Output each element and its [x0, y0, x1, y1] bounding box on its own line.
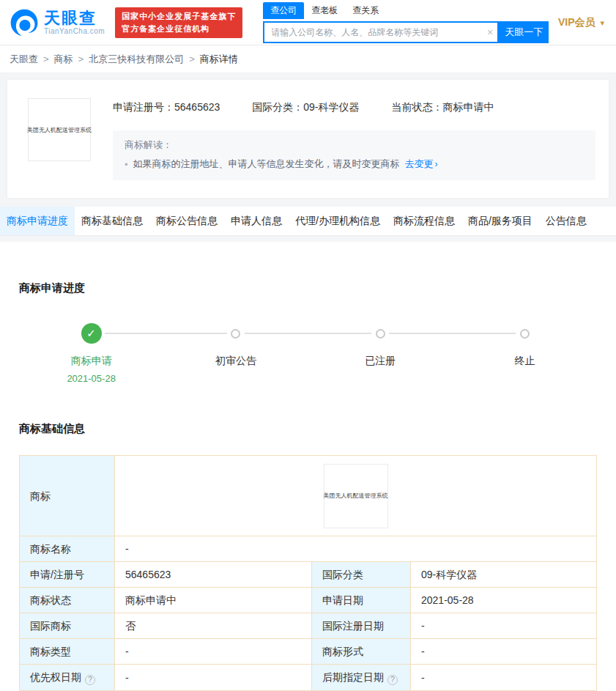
pending-dot-icon — [520, 329, 530, 339]
help-icon[interactable]: ? — [387, 675, 398, 685]
field-label: 商标类型 — [20, 639, 115, 665]
field-registration-number: 申请注册号：56465623 — [113, 101, 220, 114]
site-header: 天眼查 TianYanCha.com 国家中小企业发展子基金旗下 官方备案企业征… — [0, 0, 616, 45]
table-row: 国际商标 否 国际注册日期 - — [20, 613, 597, 639]
field-label: 商标 — [20, 456, 115, 536]
field-label: 国际分类 — [312, 562, 411, 588]
tab-gazette-info[interactable]: 商标公告信息 — [149, 207, 224, 235]
search-button[interactable]: 天眼一下 — [499, 21, 549, 43]
pending-dot-icon — [231, 329, 240, 339]
field-current-status: 当前状态：商标申请中 — [392, 101, 494, 114]
chevron-down-icon: ▾ — [600, 18, 604, 27]
field-value: 2021-05-28 — [411, 588, 597, 613]
check-icon: ✓ — [81, 323, 102, 344]
summary-fields: 申请注册号：56465623 国际分类：09-科学仪器 当前状态：商标申请中 — [113, 98, 595, 114]
field-label: 国际注册日期 — [312, 613, 411, 639]
field-label: 申请日期 — [312, 588, 411, 613]
field-value: 商标申请中 — [115, 588, 312, 613]
step-terminated: 终止 — [453, 323, 597, 384]
field-label: 商标名称 — [20, 536, 115, 562]
tab-announcement-info[interactable]: 公告信息 — [539, 207, 593, 235]
basic-info-table: 商标 美团无人机配送管理系统 商标名称 - 申请/注册号 56465623 国际… — [19, 455, 597, 691]
tianyancha-logo-icon — [9, 7, 40, 38]
search-area: 查公司 查老板 查关系 × 天眼一下 — [263, 2, 549, 43]
field-label: 国际商标 — [20, 613, 115, 639]
certification-badge: 国家中小企业发展子基金旗下 官方备案企业征信机构 — [115, 7, 242, 38]
breadcrumb: 天眼查 > 商标 > 北京三快科技有限公司 > 商标详情 — [0, 45, 616, 73]
step-label: 初审公告 — [163, 355, 308, 368]
detail-tabbar: 商标申请进度 商标基础信息 商标公告信息 申请人信息 代理/办理机构信息 商标流… — [0, 207, 616, 236]
tab-applicant-info[interactable]: 申请人信息 — [224, 207, 289, 235]
table-row: 商标状态 商标申请中 申请日期 2021-05-28 — [20, 588, 597, 613]
field-value: - — [411, 665, 597, 691]
table-row: 商标 美团无人机配送管理系统 — [20, 456, 597, 536]
field-value: - — [115, 665, 312, 691]
badge-line1: 国家中小企业发展子基金旗下 — [122, 10, 236, 23]
main-content: 商标申请进度 ✓ 商标申请 2021-05-28 初审公告 已注册 终止 商标基… — [0, 242, 616, 691]
field-value: 否 — [115, 613, 312, 639]
tab-agency-info[interactable]: 代理/办理机构信息 — [289, 207, 387, 235]
trademark-image[interactable]: 美团无人机配送管理系统 — [28, 98, 91, 161]
tab-basic-info[interactable]: 商标基础信息 — [75, 207, 149, 235]
tab-application-progress[interactable]: 商标申请进度 — [0, 207, 75, 235]
clear-search-icon[interactable]: × — [487, 26, 493, 39]
field-international-class: 国际分类：09-科学仪器 — [252, 101, 359, 114]
step-label: 商标申请 — [19, 355, 163, 368]
tab-process-info[interactable]: 商标流程信息 — [387, 207, 461, 235]
trademark-image[interactable]: 美团无人机配送管理系统 — [324, 464, 388, 528]
search-tab-company[interactable]: 查公司 — [263, 2, 304, 19]
step-label: 终止 — [453, 355, 597, 368]
vip-label: VIP会员 — [558, 16, 595, 28]
trademark-summary-card: 美团无人机配送管理系统 申请注册号：56465623 国际分类：09-科学仪器 … — [7, 80, 609, 198]
chevron-right-icon: › — [435, 159, 438, 169]
search-box: × — [263, 21, 499, 43]
step-preliminary-gazette: 初审公告 — [163, 323, 308, 384]
breadcrumb-separator: > — [43, 53, 49, 64]
field-label: 商标形式 — [312, 639, 411, 665]
bullet-icon: • — [125, 159, 128, 170]
table-row: 优先权日期? - 后期指定日期? - — [20, 665, 597, 691]
field-value: 56465623 — [115, 562, 312, 588]
field-value: 09-科学仪器 — [411, 562, 597, 588]
brand-name: 天眼查 — [44, 10, 105, 27]
trademark-progress-stepper: ✓ 商标申请 2021-05-28 初审公告 已注册 终止 — [19, 323, 597, 384]
field-value: 美团无人机配送管理系统 — [115, 456, 597, 536]
basic-info-section-title: 商标基础信息 — [19, 422, 597, 436]
table-row: 申请/注册号 56465623 国际分类 09-科学仪器 — [20, 562, 597, 588]
table-row: 商标类型 - 商标形式 - — [20, 639, 597, 665]
interpretation-title: 商标解读： — [125, 138, 584, 152]
field-label: 后期指定日期? — [312, 665, 411, 691]
interpretation-tip: 如果商标的注册地址、申请人等信息发生变化，请及时变更商标 — [133, 158, 400, 171]
logo[interactable]: 天眼查 TianYanCha.com — [9, 7, 105, 38]
search-tab-boss[interactable]: 查老板 — [304, 2, 345, 19]
search-tabs: 查公司 查老板 查关系 — [263, 2, 549, 19]
brand-domain: TianYanCha.com — [44, 27, 105, 35]
badge-line2: 官方备案企业征信机构 — [122, 23, 236, 35]
field-label: 商标状态 — [20, 588, 115, 613]
change-trademark-link[interactable]: 去变更 — [405, 158, 434, 171]
field-value: - — [411, 639, 597, 665]
vip-menu[interactable]: VIP会员 ▾ — [558, 16, 607, 29]
breadcrumb-separator: > — [189, 53, 195, 64]
breadcrumb-separator: > — [78, 53, 84, 64]
field-value: - — [115, 536, 597, 562]
table-row: 商标名称 - — [20, 536, 597, 562]
step-applied: ✓ 商标申请 2021-05-28 — [19, 323, 163, 384]
breadcrumb-trademark[interactable]: 商标 — [54, 53, 73, 66]
field-label: 优先权日期? — [20, 665, 115, 691]
breadcrumb-company[interactable]: 北京三快科技有限公司 — [89, 53, 184, 66]
help-icon[interactable]: ? — [85, 675, 95, 685]
trademark-interpretation: 商标解读： • 如果商标的注册地址、申请人等信息发生变化，请及时变更商标 去变更… — [113, 130, 595, 180]
step-registered: 已注册 — [308, 323, 453, 384]
breadcrumb-current: 商标详情 — [200, 53, 238, 66]
tab-goods-services[interactable]: 商品/服务项目 — [461, 207, 539, 235]
field-value: - — [411, 613, 597, 639]
search-tab-relation[interactable]: 查关系 — [345, 2, 386, 19]
step-label: 已注册 — [308, 355, 453, 368]
breadcrumb-home[interactable]: 天眼查 — [10, 53, 38, 66]
step-date: 2021-05-28 — [19, 373, 163, 384]
search-input[interactable] — [263, 21, 499, 43]
pending-dot-icon — [376, 329, 385, 339]
progress-section-title: 商标申请进度 — [19, 242, 597, 295]
field-label: 申请/注册号 — [20, 562, 115, 588]
